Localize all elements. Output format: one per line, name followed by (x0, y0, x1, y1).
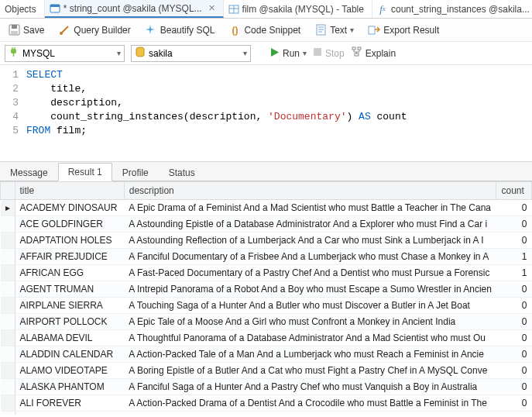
cell-count[interactable]: 0 (496, 330, 532, 346)
row-handle[interactable] (1, 281, 15, 298)
row-handle[interactable] (1, 233, 15, 249)
table-row[interactable]: ALABAMA DEVILA Thoughtful Panorama of a … (1, 330, 532, 346)
close-icon[interactable]: ✕ (208, 3, 215, 13)
cell-title[interactable]: ALASKA PHANTOM (15, 379, 124, 395)
cell-description[interactable]: A Astounding Reflection of a Lumberjack … (124, 233, 496, 249)
cell-description[interactable]: A Fanciful Saga of a Hunter And a Pastry… (124, 379, 496, 395)
row-handle[interactable] (1, 298, 15, 314)
row-handle[interactable] (1, 314, 15, 330)
cell-count[interactable]: 1 (496, 249, 532, 265)
sql-editor[interactable]: 1 2 3 4 5 SELECT title, description, cou… (0, 65, 532, 161)
table-row[interactable]: ALI FOREVERA Action-Packed Drama of a De… (1, 395, 532, 412)
cell-count[interactable]: 0 (496, 412, 532, 415)
tab-film-table[interactable]: film @sakila (MYSQL) - Table (224, 0, 372, 18)
tab-result1[interactable]: Result 1 (58, 163, 112, 181)
result-grid-wrapper: title description count ▸ACADEMY DINOSAU… (0, 181, 532, 414)
table-row[interactable]: ADAPTATION HOLESA Astounding Reflection … (1, 233, 532, 249)
cell-count[interactable]: 0 (496, 314, 532, 330)
tab-status[interactable]: Status (159, 164, 205, 181)
cell-description[interactable]: A Emotional Drama of a A Shark And a Dat… (124, 412, 496, 415)
cell-title[interactable]: ALI FOREVER (15, 395, 124, 412)
tab-function[interactable]: fx count_string_instances @sakila... (372, 0, 532, 18)
cell-count[interactable]: 0 (496, 363, 532, 379)
cell-title[interactable]: ACADEMY DINOSAUR (15, 200, 124, 216)
table-row[interactable]: ALICE FANTASIAA Emotional Drama of a A S… (1, 412, 532, 415)
row-handle[interactable] (1, 412, 15, 415)
cell-count[interactable]: 0 (496, 379, 532, 395)
row-handle[interactable] (1, 346, 15, 363)
cell-title[interactable]: ADAPTATION HOLES (15, 233, 124, 249)
table-row[interactable]: ▸ACADEMY DINOSAURA Epic Drama of a Femin… (1, 200, 532, 216)
tab-objects[interactable]: Objects (0, 0, 45, 18)
table-row[interactable]: AGENT TRUMANA Intrepid Panorama of a Rob… (1, 281, 532, 298)
run-button[interactable]: Run ▾ (269, 47, 307, 60)
cell-count[interactable]: 0 (496, 395, 532, 412)
code-snippet-button[interactable]: () Code Snippet (225, 22, 304, 38)
cell-count[interactable]: 0 (496, 216, 532, 233)
connection-combo[interactable]: MYSQL ▾ (5, 45, 125, 62)
cell-title[interactable]: AFFAIR PREJUDICE (15, 249, 124, 265)
code-text: film; (50, 125, 87, 136)
export-button[interactable]: Export Result (365, 22, 442, 38)
cell-description[interactable]: A Action-Packed Drama of a Dentist And a… (124, 395, 496, 412)
explain-button[interactable]: Explain (351, 47, 396, 60)
table-row[interactable]: ACE GOLDFINGERA Astounding Epistle of a … (1, 216, 532, 233)
table-row[interactable]: AIRPORT POLLOCKA Epic Tale of a Moose An… (1, 314, 532, 330)
row-handle[interactable] (1, 379, 15, 395)
tab-profile[interactable]: Profile (112, 164, 159, 181)
row-handle[interactable]: ▸ (1, 200, 15, 216)
save-button[interactable]: Save (5, 22, 47, 38)
table-row[interactable]: AFFAIR PREJUDICEA Fanciful Documentary o… (1, 249, 532, 265)
cell-description[interactable]: A Astounding Epistle of a Database Admin… (124, 216, 496, 233)
cell-title[interactable]: AIRPORT POLLOCK (15, 314, 124, 330)
code-area[interactable]: SELECT title, description, count_string_… (26, 68, 532, 161)
cell-count[interactable]: 0 (496, 233, 532, 249)
tab-string-count-query[interactable]: * string_count @sakila (MYSQL... ✕ (45, 0, 224, 18)
table-row[interactable]: AIRPLANE SIERRAA Touching Saga of a Hunt… (1, 298, 532, 314)
column-header-description[interactable]: description (124, 182, 496, 200)
cell-title[interactable]: ACE GOLDFINGER (15, 216, 124, 233)
cell-description[interactable]: A Intrepid Panorama of a Robot And a Boy… (124, 281, 496, 298)
table-row[interactable]: ALADDIN CALENDARA Action-Packed Tale of … (1, 346, 532, 363)
cell-title[interactable]: AGENT TRUMAN (15, 281, 124, 298)
row-handle[interactable] (1, 330, 15, 346)
beautify-button[interactable]: Beautify SQL (142, 22, 218, 38)
table-row[interactable]: ALASKA PHANTOMA Fanciful Saga of a Hunte… (1, 379, 532, 395)
cell-count[interactable]: 0 (496, 346, 532, 363)
result-grid[interactable]: title description count ▸ACADEMY DINOSAU… (0, 181, 532, 414)
row-handle[interactable] (1, 216, 15, 233)
column-header-count[interactable]: count (496, 182, 532, 200)
cell-description[interactable]: A Fast-Paced Documentary of a Pastry Che… (124, 265, 496, 281)
cell-description[interactable]: A Epic Tale of a Moose And a Girl who mu… (124, 314, 496, 330)
cell-title[interactable]: ALAMO VIDEOTAPE (15, 363, 124, 379)
text-button[interactable]: Text ▾ (311, 22, 357, 38)
cell-title[interactable]: ALADDIN CALENDAR (15, 346, 124, 363)
explain-icon (351, 47, 362, 60)
row-handle[interactable] (1, 265, 15, 281)
row-handle[interactable] (1, 363, 15, 379)
cell-title[interactable]: AFRICAN EGG (15, 265, 124, 281)
cell-count[interactable]: 1 (496, 265, 532, 281)
cell-description[interactable]: A Action-Packed Tale of a Man And a Lumb… (124, 346, 496, 363)
cell-description[interactable]: A Touching Saga of a Hunter And a Butler… (124, 298, 496, 314)
cell-count[interactable]: 0 (496, 281, 532, 298)
cell-description[interactable]: A Boring Epistle of a Butler And a Cat w… (124, 363, 496, 379)
cell-count[interactable]: 0 (496, 200, 532, 216)
cell-title[interactable]: ALABAMA DEVIL (15, 330, 124, 346)
database-combo[interactable]: sakila ▾ (131, 45, 251, 62)
query-builder-button[interactable]: Query Builder (55, 22, 133, 38)
svg-rect-7 (11, 31, 18, 34)
cell-count[interactable]: 0 (496, 298, 532, 314)
cell-description[interactable]: A Fanciful Documentary of a Frisbee And … (124, 249, 496, 265)
cell-description[interactable]: A Thoughtful Panorama of a Database Admi… (124, 330, 496, 346)
row-handle[interactable] (1, 395, 15, 412)
cell-description[interactable]: A Epic Drama of a Feminist And a Mad Sci… (124, 200, 496, 216)
column-header-title[interactable]: title (15, 182, 124, 200)
tab-message[interactable]: Message (0, 164, 58, 181)
row-handle[interactable] (1, 249, 15, 265)
cell-title[interactable]: AIRPLANE SIERRA (15, 298, 124, 314)
table-row[interactable]: AFRICAN EGGA Fast-Paced Documentary of a… (1, 265, 532, 281)
connection-value: MYSQL (22, 48, 55, 59)
table-row[interactable]: ALAMO VIDEOTAPEA Boring Epistle of a But… (1, 363, 532, 379)
cell-title[interactable]: ALICE FANTASIA (15, 412, 124, 415)
